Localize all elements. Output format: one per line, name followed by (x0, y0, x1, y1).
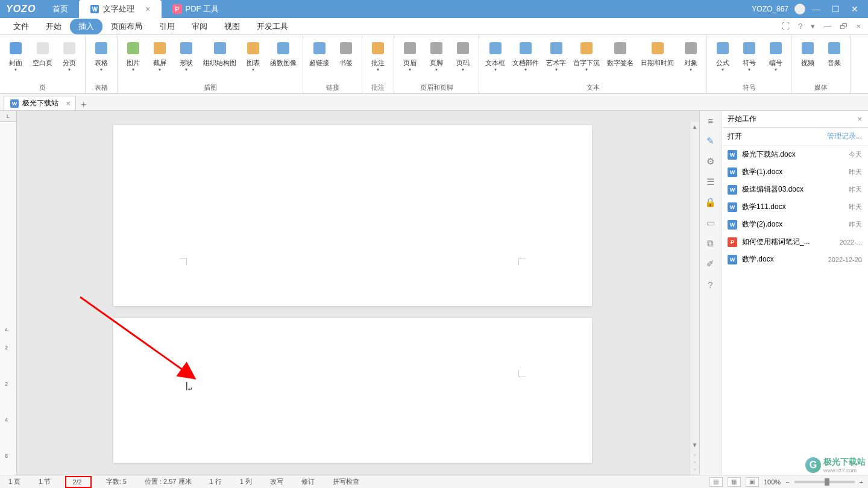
recent-file-item[interactable]: W数学(1).docx昨天 (722, 163, 868, 181)
menu-item-4[interactable]: 引用 (151, 19, 183, 34)
zoom-label[interactable]: 100% (764, 478, 781, 486)
view-print-icon[interactable]: ▤ (709, 477, 723, 487)
ribbon-页脚[interactable]: 页脚▾ (424, 37, 448, 74)
zoom-in-button[interactable]: + (860, 478, 863, 486)
status-words[interactable]: 字数: 5 (102, 476, 130, 487)
goto-page-icon[interactable]: ◦ (694, 459, 696, 465)
ruler-corner[interactable]: L (0, 111, 17, 122)
recent-file-item[interactable]: P如何使用糯词笔记_...2022-... (722, 233, 868, 251)
menu-item-0[interactable]: 文件 (5, 19, 37, 34)
ribbon-封面[interactable]: 封面▾ (4, 37, 28, 74)
page-2[interactable]: |↵ (113, 318, 592, 463)
hamburger-icon[interactable]: ≡ (705, 114, 717, 127)
title-tab-home[interactable]: 首页 (42, 0, 79, 18)
ribbon-图片[interactable]: 图片▾ (121, 37, 145, 74)
page-1[interactable] (113, 125, 592, 306)
ribbon-公式[interactable]: 公式▾ (711, 37, 735, 74)
user-label[interactable]: YOZO_867 (752, 5, 788, 13)
copy-icon[interactable]: ⧉ (705, 237, 717, 249)
ribbon-首字下沉[interactable]: 首字下沉▾ (571, 37, 602, 74)
ribbon-页眉[interactable]: 页眉▾ (398, 37, 422, 74)
status-spell[interactable]: 拼写检查 (329, 476, 363, 487)
vertical-scrollbar[interactable]: ▲ ▼ ◦ ◦ ◦ (690, 122, 699, 475)
menu-item-3[interactable]: 页面布局 (102, 19, 151, 34)
question-icon[interactable]: ? (705, 278, 717, 290)
status-position[interactable]: 位置 : 2.57 厘米 (141, 476, 195, 487)
avatar-icon[interactable] (794, 4, 805, 14)
menu-item-7[interactable]: 开发工具 (248, 19, 297, 34)
ribbon-对象[interactable]: 对象▾ (679, 37, 703, 74)
scroll-down-icon[interactable]: ▼ (690, 440, 699, 449)
ribbon-页码[interactable]: 页码▾ (451, 37, 475, 74)
restore-icon[interactable]: 🗗 (837, 22, 850, 31)
status-section[interactable]: 1 节 (35, 476, 54, 487)
status-pages[interactable]: 2/2 (65, 476, 91, 488)
ribbon-组织结构图[interactable]: 组织结构图 (201, 37, 239, 68)
status-track[interactable]: 修订 (298, 476, 318, 487)
book-icon[interactable]: ▭ (705, 217, 717, 229)
help-icon[interactable]: ? (796, 22, 805, 31)
ribbon-截屏[interactable]: 截屏▾ (148, 37, 172, 74)
view-outline-icon[interactable]: ▣ (746, 477, 759, 487)
close-icon[interactable]: × (145, 4, 150, 14)
doc-tab[interactable]: W 极光下载站 × (4, 96, 76, 110)
ribbon-函数图像[interactable]: 函数图像 (268, 37, 299, 68)
edit-icon[interactable]: ✐ (705, 258, 717, 270)
ribbon-日期和时间[interactable]: 日期和时间 (638, 37, 676, 68)
feedback-icon[interactable]: ⛶ (779, 22, 792, 31)
pen-icon[interactable]: ✎ (705, 135, 717, 147)
ribbon-编号[interactable]: 编号▾ (764, 37, 788, 74)
status-line[interactable]: 1 行 (206, 476, 225, 487)
ribbon-数字签名[interactable]: 数字签名 (605, 37, 636, 68)
close-button[interactable]: ✕ (846, 3, 863, 15)
recent-file-item[interactable]: W数学111.docx昨天 (722, 198, 868, 216)
status-column[interactable]: 1 列 (236, 476, 256, 487)
ruler-vertical[interactable]: 4 2 2 4 6 (0, 122, 17, 475)
ribbon-超链接[interactable]: 超链接 (307, 37, 332, 68)
view-web-icon[interactable]: ▦ (728, 477, 741, 487)
ribbon-分页[interactable]: 分页▾ (57, 37, 81, 74)
ribbon-批注[interactable]: 批注▾ (366, 37, 390, 74)
zoom-out-button[interactable]: − (785, 478, 789, 486)
min2-icon[interactable]: — (821, 22, 834, 31)
page-area[interactable]: |↵ (17, 122, 690, 475)
ribbon-表格[interactable]: 表格▾ (89, 37, 113, 74)
prev-page-icon[interactable]: ◦ (694, 452, 696, 458)
add-tab-button[interactable]: + (76, 99, 91, 110)
ribbon-文本框[interactable]: 文本框▾ (483, 37, 508, 74)
ribbon-书签[interactable]: 书签 (334, 37, 358, 68)
ribbon-形状[interactable]: 形状▾ (174, 37, 198, 74)
recent-file-item[interactable]: W数学(2).docx昨天 (722, 216, 868, 233)
lock-icon[interactable]: 🔒 (705, 196, 717, 208)
recent-file-item[interactable]: W极光下载站.docx今天 (722, 146, 868, 163)
menu-item-1[interactable]: 开始 (37, 19, 70, 34)
recent-file-item[interactable]: W极速编辑器03.docx昨天 (722, 181, 868, 198)
chevron-down-icon[interactable]: ▾ (808, 22, 817, 31)
menu-item-6[interactable]: 视图 (216, 19, 248, 34)
minimize-button[interactable]: — (808, 3, 825, 15)
settings-icon[interactable]: ⚙ (705, 155, 717, 167)
zoom-slider[interactable] (794, 481, 855, 483)
list-icon[interactable]: ☰ (705, 176, 717, 188)
ribbon-文档部件[interactable]: 文档部件▾ (510, 37, 541, 74)
ribbon-艺术字[interactable]: 艺术字▾ (544, 37, 568, 74)
manage-link[interactable]: 管理记录... (827, 131, 862, 142)
title-tab-doc[interactable]: W 文字处理 × (79, 0, 161, 18)
close-icon[interactable]: × (857, 114, 862, 124)
maximize-button[interactable]: ☐ (827, 3, 844, 15)
status-page[interactable]: 1 页 (5, 476, 24, 487)
ribbon-空白页[interactable]: 空白页 (30, 37, 55, 68)
scroll-up-icon[interactable]: ▲ (690, 122, 699, 131)
next-page-icon[interactable]: ◦ (694, 466, 696, 472)
close2-icon[interactable]: × (854, 22, 863, 31)
menu-item-5[interactable]: 审阅 (183, 19, 216, 34)
menu-item-2[interactable]: 插入 (70, 19, 102, 34)
status-overwrite[interactable]: 改写 (266, 476, 287, 487)
ribbon-图表[interactable]: 图表▾ (241, 37, 265, 74)
ribbon-音频[interactable]: 音频 (822, 37, 846, 68)
ribbon-符号[interactable]: 符号▾ (737, 37, 761, 74)
title-tab-pdf[interactable]: P PDF 工具 (162, 0, 230, 18)
close-icon[interactable]: × (66, 99, 71, 108)
ribbon-视频[interactable]: 视频 (796, 37, 820, 68)
recent-file-item[interactable]: W数学.docx2022-12-20 (722, 251, 868, 268)
